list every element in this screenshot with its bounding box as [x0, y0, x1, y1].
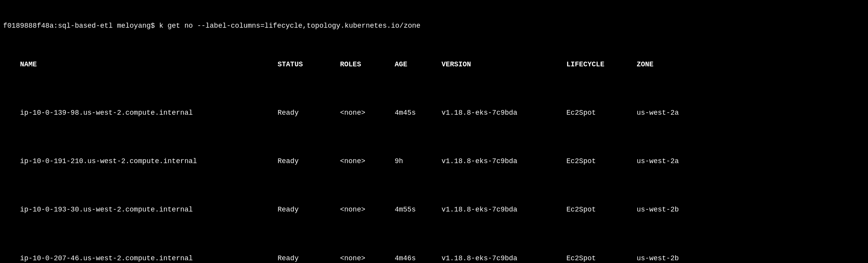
nodes-header-line: NAMESTATUSROLESAGEVERSIONLIFECYCLEZONE [3, 50, 865, 79]
node-1-age: 9h [395, 156, 441, 166]
node-2-age: 4m55s [395, 205, 441, 215]
node-3-name: ip-10-0-207-46.us-west-2.compute.interna… [20, 254, 277, 263]
nodes-header-version: VERSION [441, 60, 566, 69]
node-0-name: ip-10-0-139-98.us-west-2.compute.interna… [20, 108, 277, 118]
node-0-version: v1.18.8-eks-7c9bda [441, 108, 566, 118]
node-2-name: ip-10-0-193-30.us-west-2.compute.interna… [20, 205, 277, 215]
node-3-version: v1.18.8-eks-7c9bda [441, 254, 566, 263]
nodes-header-age: AGE [395, 60, 441, 69]
node-1-status: Ready [277, 156, 340, 166]
nodes-header-zone: ZONE [637, 60, 715, 69]
nodes-header-lifecycle: LIFECYCLE [566, 60, 637, 69]
node-3-lifecycle: Ec2Spot [566, 254, 637, 263]
node-3-roles: <none> [340, 254, 395, 263]
terminal: f0189888f48a:sql-based-etl meloyang$ k g… [3, 2, 865, 263]
node-2-roles: <none> [340, 205, 395, 215]
node-row-0: ip-10-0-139-98.us-west-2.compute.interna… [3, 98, 865, 127]
node-3-age: 4m46s [395, 254, 441, 263]
node-0-age: 4m45s [395, 108, 441, 118]
node-2-status: Ready [277, 205, 340, 215]
node-2-zone: us-west-2b [637, 205, 715, 215]
node-row-1: ip-10-0-191-210.us-west-2.compute.intern… [3, 147, 865, 176]
node-1-version: v1.18.8-eks-7c9bda [441, 156, 566, 166]
node-0-lifecycle: Ec2Spot [566, 108, 637, 118]
prompt-line-1: f0189888f48a:sql-based-etl meloyang$ k g… [3, 21, 865, 31]
nodes-header-name: NAME [20, 60, 277, 69]
node-0-roles: <none> [340, 108, 395, 118]
node-2-lifecycle: Ec2Spot [566, 205, 637, 215]
node-3-status: Ready [277, 254, 340, 263]
node-0-zone: us-west-2a [637, 108, 715, 118]
nodes-header-status: STATUS [277, 60, 340, 69]
node-1-zone: us-west-2a [637, 156, 715, 166]
node-3-zone: us-west-2b [637, 254, 715, 263]
node-1-lifecycle: Ec2Spot [566, 156, 637, 166]
node-1-name: ip-10-0-191-210.us-west-2.compute.intern… [20, 156, 277, 166]
node-0-status: Ready [277, 108, 340, 118]
node-row-2: ip-10-0-193-30.us-west-2.compute.interna… [3, 195, 865, 224]
nodes-header-roles: ROLES [340, 60, 395, 69]
node-2-version: v1.18.8-eks-7c9bda [441, 205, 566, 215]
node-row-3: ip-10-0-207-46.us-west-2.compute.interna… [3, 244, 865, 263]
node-1-roles: <none> [340, 156, 395, 166]
